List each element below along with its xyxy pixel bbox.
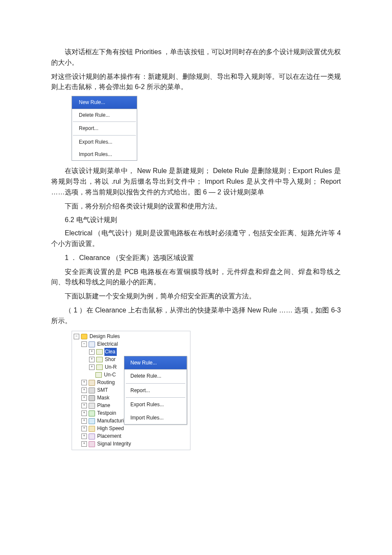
menu-item-import-rules[interactable]: Import Rules... [72, 148, 137, 161]
expander-icon[interactable]: + [81, 403, 87, 408]
expander-icon[interactable]: − [81, 341, 87, 347]
paragraph-priorities: 该对话框左下角有按钮 Priorities ，单击该按钮，可以对同时存在的多个设… [51, 47, 341, 68]
placement-icon [89, 434, 95, 439]
manufacturing-icon [89, 418, 95, 424]
mask-icon [89, 395, 95, 401]
popup-item-export-rules[interactable]: Export Rules... [124, 398, 187, 411]
menu-separator [126, 383, 185, 384]
expander-icon[interactable]: + [81, 441, 87, 447]
expander-icon[interactable]: + [89, 349, 95, 355]
paragraph-basic-ops: 对这些设计规则的基本操作有：新建规则、删除规则、导出和导入规则等。可以在左边任一… [51, 72, 341, 93]
expander-icon[interactable]: + [81, 395, 87, 401]
expander-icon[interactable]: + [89, 364, 95, 370]
paragraph-menu-explain: 在该设计规则菜单中， New Rule 是新建规则； Delete Rule 是… [51, 166, 341, 197]
routing-icon [89, 380, 95, 386]
tree-label: Testpoin [97, 409, 118, 417]
popup-item-report[interactable]: Report... [124, 384, 187, 397]
rule-icon [96, 364, 103, 370]
expander-icon[interactable]: + [81, 380, 87, 385]
popup-item-delete-rule[interactable]: Delete Rule... [124, 370, 187, 383]
design-rules-tree: − Design Rules − Electrical + Clea [74, 333, 190, 448]
menu-item-delete-rule[interactable]: Delete Rule... [72, 109, 137, 121]
expander-icon[interactable]: + [81, 434, 87, 439]
paragraph-intro-following: 下面，将分别介绍各类设计规则的设置和使用方法。 [51, 201, 341, 212]
folder-icon [81, 334, 87, 340]
rule-icon [96, 357, 103, 363]
menu-item-report[interactable]: Report... [72, 122, 137, 135]
paragraph-example-intro: 下面以新建一个安全规则为例，简单介绍安全距离的设置方法。 [51, 291, 341, 302]
popup-item-new-rule[interactable]: New Rule... [124, 356, 187, 370]
tree-label: SMT [97, 386, 109, 394]
fig-6-2-context-menu: New Rule... Delete Rule... Report... Exp… [72, 96, 137, 161]
tree-node-design-rules[interactable]: − Design Rules [74, 333, 190, 341]
expander-icon[interactable]: + [81, 387, 87, 393]
section-6-2-title: 6.2 电气设计规则 [51, 215, 341, 225]
paragraph-clearance-desc: 安全距离设置的是 PCB 电路板在布置铜膜导线时，元件焊盘和焊盘之间、焊盘和导线… [51, 267, 341, 288]
menu-separator [73, 135, 136, 136]
tree-label: Un-R [104, 363, 118, 371]
tree-node-clearance[interactable]: + Clea [74, 348, 190, 356]
tree-node-placement[interactable]: + Placement [74, 433, 190, 440]
plane-icon [89, 403, 95, 409]
expander-icon[interactable]: + [81, 426, 87, 431]
testpoint-icon [89, 410, 95, 416]
tree-label: Shor [104, 356, 117, 364]
tree-node-high-speed[interactable]: + High Speed [74, 425, 190, 433]
paragraph-electrical: Electrical （电气设计）规则是设置电路板在布线时必须遵守，包括安全距离… [51, 228, 341, 249]
tree-label: Electrical [97, 340, 119, 348]
tree-node-electrical[interactable]: − Electrical [74, 341, 190, 348]
category-icon [89, 341, 95, 347]
tree-label: Plane [97, 402, 112, 410]
expander-icon[interactable]: + [81, 410, 87, 416]
rule-icon [96, 349, 103, 355]
tree-label: Un-C [104, 371, 117, 379]
high-speed-icon [89, 426, 95, 432]
expander-blank [89, 373, 94, 377]
tree-label: Design Rules [89, 332, 121, 341]
menu-item-export-rules[interactable]: Export Rules... [72, 136, 137, 148]
paragraph-step-1: （ 1 ）在 Clearance 上右击鼠标，从弹出的快捷菜单中选择 New R… [51, 305, 341, 327]
menu-item-new-rule[interactable]: New Rule... [72, 96, 137, 109]
expander-icon[interactable]: − [74, 334, 79, 339]
tree-node-signal-integrity[interactable]: + Signal Integrity [74, 440, 190, 448]
fig-6-3-rules-tree: − Design Rules − Electrical + Clea [72, 331, 190, 450]
context-menu-popup: New Rule... Delete Rule... Report... Exp… [124, 356, 187, 425]
signal-integrity-icon [89, 441, 95, 447]
menu-separator [126, 397, 185, 398]
rule-icon [95, 372, 102, 378]
tree-label: Mask [97, 394, 111, 402]
paragraph-clearance-title: 1 ． Clearance （安全距离）选项区域设置 [51, 253, 341, 263]
tree-label: Signal Integrity [97, 440, 132, 448]
tree-label-selected: Clea [104, 348, 117, 356]
expander-icon[interactable]: + [89, 357, 95, 362]
expander-icon[interactable]: + [81, 418, 87, 424]
tree-label: High Speed [97, 425, 125, 433]
tree-label: Routing [97, 379, 116, 387]
smt-icon [89, 387, 95, 393]
menu-separator [73, 121, 136, 122]
popup-item-import-rules[interactable]: Import Rules... [124, 411, 187, 425]
tree-label: Placement [97, 432, 123, 440]
